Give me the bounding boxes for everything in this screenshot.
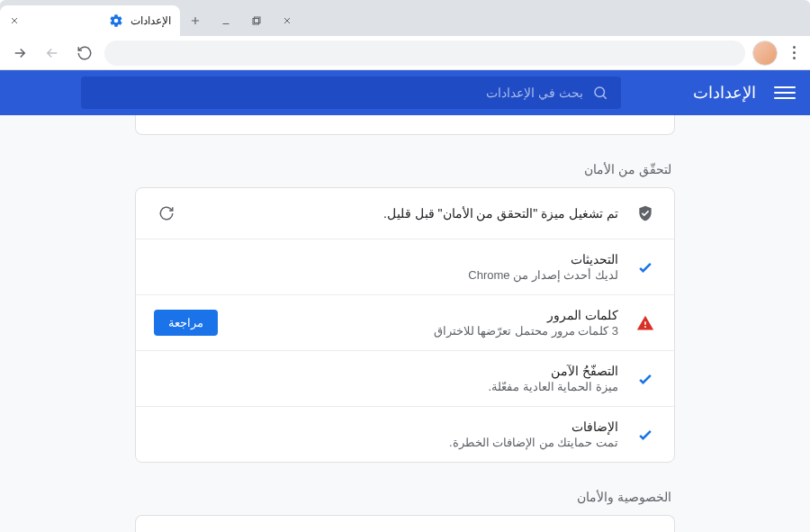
updates-row[interactable]: التحديثات لديك أحدث إصدار من Chrome [136, 239, 674, 295]
extensions-title: الإضافات [154, 419, 618, 434]
passwords-title: كلمات المرور [234, 308, 618, 322]
check-icon [634, 370, 656, 388]
settings-search-input[interactable] [94, 86, 583, 100]
browser-menu-button[interactable] [785, 46, 803, 59]
gear-icon [109, 14, 123, 28]
browser-toolbar [0, 36, 810, 70]
back-button[interactable] [7, 41, 32, 66]
settings-title: الإعدادات [693, 83, 756, 103]
svg-rect-0 [255, 17, 261, 23]
browser-tab-settings[interactable]: الإعدادات [0, 5, 180, 36]
new-tab-button[interactable] [180, 5, 211, 36]
settings-content: لتحقّق من الأمان تم تشغيل ميزة "التحقق م… [0, 115, 810, 532]
updates-sub: لديك أحدث إصدار من Chrome [154, 268, 618, 282]
extensions-sub: تمت حمايتك من الإضافات الخطرة. [154, 436, 618, 449]
close-window-button[interactable] [272, 5, 302, 36]
tab-title: الإعدادات [130, 14, 171, 27]
check-icon [634, 426, 656, 444]
safe-browsing-title: التصفّحُ الآمن [154, 364, 618, 378]
settings-header: الإعدادات [0, 70, 810, 115]
passwords-row[interactable]: كلمات المرور 3 كلمات مرور محتمل تعرّضها … [136, 295, 674, 351]
safety-check-rerun-button[interactable] [154, 201, 179, 226]
warning-icon [634, 314, 656, 332]
profile-avatar[interactable] [752, 41, 778, 66]
previous-section-card [135, 115, 675, 135]
settings-search-bar[interactable] [81, 77, 621, 109]
privacy-section-title: الخصوصية والأمان [139, 490, 671, 504]
safe-browsing-sub: ميزة الحماية العادية مفعّلة. [154, 380, 618, 393]
address-bar[interactable] [104, 41, 745, 66]
minimize-button[interactable] [211, 5, 241, 36]
window-controls [211, 5, 302, 36]
check-icon [634, 258, 656, 276]
safety-check-status-text: تم تشغيل ميزة "التحقق من الأمان" قبل قلي… [195, 206, 618, 221]
menu-icon[interactable] [774, 82, 796, 104]
svg-point-2 [595, 87, 605, 97]
browser-tab-bar: الإعدادات [0, 0, 810, 36]
safety-check-card: تم تشغيل ميزة "التحقق من الأمان" قبل قلي… [135, 187, 675, 463]
shield-icon [634, 204, 656, 222]
search-icon [592, 85, 608, 101]
privacy-card [135, 515, 675, 532]
safe-browsing-row[interactable]: التصفّحُ الآمن ميزة الحماية العادية مفعّ… [136, 351, 674, 407]
reload-button[interactable] [72, 41, 97, 66]
forward-button[interactable] [40, 41, 65, 66]
close-tab-icon[interactable] [9, 15, 20, 26]
restore-button[interactable] [241, 5, 272, 36]
safety-check-status-row: تم تشغيل ميزة "التحقق من الأمان" قبل قلي… [136, 188, 674, 239]
svg-rect-1 [253, 19, 259, 25]
safety-check-section-title: لتحقّق من الأمان [139, 162, 671, 176]
passwords-sub: 3 كلمات مرور محتمل تعرّضها للاختراق [234, 324, 618, 338]
review-passwords-button[interactable]: مراجعة [154, 310, 218, 336]
updates-title: التحديثات [154, 252, 618, 266]
extensions-row[interactable]: الإضافات تمت حمايتك من الإضافات الخطرة. [136, 407, 674, 462]
